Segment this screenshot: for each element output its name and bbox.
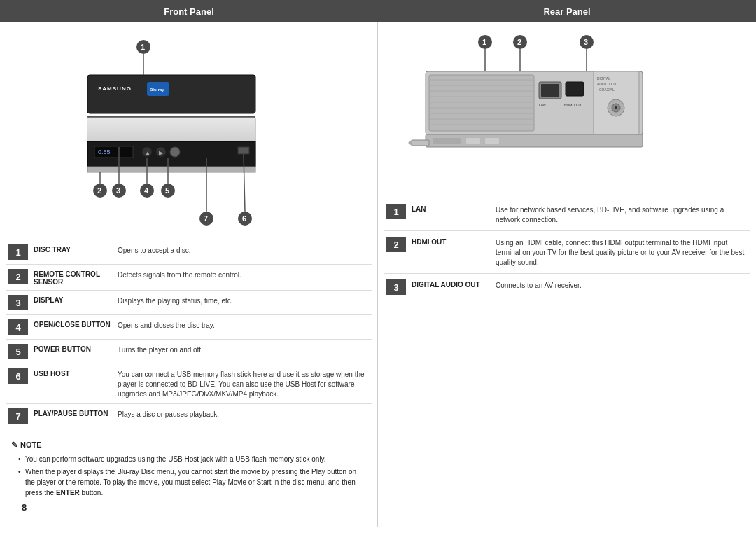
svg-rect-48 <box>429 75 534 131</box>
svg-text:4: 4 <box>144 186 149 195</box>
svg-marker-75 <box>408 140 412 146</box>
svg-text:1: 1 <box>141 43 145 51</box>
svg-text:3: 3 <box>116 186 120 195</box>
svg-point-69 <box>615 106 617 109</box>
svg-text:Blu-ray: Blu-ray <box>150 88 164 92</box>
part-desc-1: Opens to accept a disc. <box>118 244 369 256</box>
part-number-7: 7 <box>8 408 28 424</box>
rear-part-name-3: DIGITAL AUDIO OUT <box>412 279 496 289</box>
part-name-2: REMOTE CONTROL SENSOR <box>34 269 118 286</box>
page-number: 8 <box>16 502 382 513</box>
part-name-6: USB HOST <box>34 368 118 378</box>
svg-text:1: 1 <box>482 38 486 46</box>
svg-text:COAXIAL: COAXIAL <box>599 88 615 92</box>
rear-part-row-1: 1 LAN Use for network based services, BD… <box>384 198 750 230</box>
svg-text:2: 2 <box>97 186 102 195</box>
rear-panel-diagram: 1 2 3 <box>384 29 750 198</box>
svg-rect-73 <box>485 138 499 144</box>
svg-point-14 <box>170 147 180 157</box>
front-part-row-3: 3 DISPLAY Displays the playing status, t… <box>6 290 372 314</box>
front-parts-list: 1 DISC TRAY Opens to accept a disc. 2 RE… <box>6 240 372 428</box>
part-number-2: 2 <box>8 269 28 284</box>
svg-text:5: 5 <box>165 186 169 195</box>
front-part-row-2: 2 REMOTE CONTROL SENSOR Detects signals … <box>6 264 372 290</box>
rear-part-desc-1: Use for network based services, BD-LIVE,… <box>496 204 748 225</box>
note-section: ✎ NOTE You can perform software upgrades… <box>6 434 372 506</box>
svg-rect-74 <box>412 140 429 146</box>
part-name-3: DISPLAY <box>34 295 118 304</box>
svg-text:▶: ▶ <box>159 150 164 156</box>
front-panel-svg: SAMSUNG Blu-ray 0:55 ▲ ▶ <box>38 33 340 236</box>
front-panel-title: Front Panel <box>164 6 214 17</box>
front-panel-diagram: SAMSUNG Blu-ray 0:55 ▲ ▶ <box>6 29 372 240</box>
svg-text:AUDIO OUT: AUDIO OUT <box>597 82 617 86</box>
note-label: NOTE <box>20 439 42 451</box>
rear-part-desc-3: Connects to an AV receiver. <box>496 279 748 291</box>
svg-text:LAN: LAN <box>539 103 546 107</box>
svg-text:2: 2 <box>517 38 522 46</box>
svg-text:SAMSUNG: SAMSUNG <box>98 85 132 92</box>
svg-rect-16 <box>88 167 255 172</box>
front-part-row-4: 4 OPEN/CLOSE BUTTON Opens and closes the… <box>6 314 372 339</box>
front-part-row-5: 5 POWER BUTTON Turns the player on and o… <box>6 339 372 364</box>
rear-part-number-1: 1 <box>386 204 406 219</box>
right-panel: 1 2 3 <box>378 22 756 527</box>
svg-text:6: 6 <box>242 214 246 223</box>
part-number-1: 1 <box>8 244 28 260</box>
part-name-1: DISC TRAY <box>34 244 118 254</box>
svg-text:3: 3 <box>584 38 588 46</box>
front-part-row-7: 7 PLAY/PAUSE BUTTON Plays a disc or paus… <box>6 403 372 428</box>
front-panel-header: Front Panel <box>0 0 378 22</box>
part-name-5: POWER BUTTON <box>34 344 118 353</box>
rear-parts-list: 1 LAN Use for network based services, BD… <box>384 198 750 300</box>
svg-rect-0 <box>88 75 255 113</box>
note-item-1: You can perform software upgrades using … <box>18 454 366 464</box>
svg-rect-60 <box>566 82 584 96</box>
svg-rect-72 <box>466 138 480 144</box>
rear-part-number-2: 2 <box>386 237 406 252</box>
part-desc-2: Detects signals from the remote control. <box>118 269 369 280</box>
note-list: You can perform software upgrades using … <box>11 454 366 498</box>
part-name-4: OPEN/CLOSE BUTTON <box>34 319 118 328</box>
rear-panel-header: Rear Panel <box>378 0 756 22</box>
note-title: ✎ NOTE <box>11 439 366 451</box>
note-icon: ✎ <box>11 439 18 451</box>
rear-part-name-2: HDMI OUT <box>412 237 496 246</box>
svg-text:DIGITAL: DIGITAL <box>597 76 610 81</box>
part-number-3: 3 <box>8 295 28 310</box>
svg-rect-71 <box>433 138 461 144</box>
svg-text:▲: ▲ <box>145 150 150 156</box>
part-number-4: 4 <box>8 319 28 335</box>
front-part-row-1: 1 DISC TRAY Opens to accept a disc. <box>6 240 372 264</box>
rear-panel-svg: 1 2 3 <box>384 29 692 191</box>
rear-part-number-3: 3 <box>386 279 406 295</box>
note-item-2: When the player displays the Blu-ray Dis… <box>18 466 366 498</box>
left-panel: SAMSUNG Blu-ray 0:55 ▲ ▶ <box>0 22 378 527</box>
part-desc-4: Opens and closes the disc tray. <box>118 319 369 331</box>
part-desc-7: Plays a disc or pauses playback. <box>118 408 369 420</box>
part-number-5: 5 <box>8 344 28 359</box>
part-desc-6: You can connect a USB memory flash stick… <box>118 368 369 399</box>
part-desc-3: Displays the playing status, time, etc. <box>118 295 369 306</box>
svg-text:0:55: 0:55 <box>98 148 111 155</box>
part-desc-5: Turns the player on and off. <box>118 344 369 355</box>
rear-part-name-1: LAN <box>412 204 496 213</box>
svg-rect-59 <box>541 84 559 97</box>
rear-part-desc-2: Using an HDMI cable, connect this HDMI o… <box>496 237 748 268</box>
front-part-row-6: 6 USB HOST You can connect a USB memory … <box>6 364 372 403</box>
svg-text:HDMI OUT: HDMI OUT <box>564 103 582 107</box>
rear-part-row-3: 3 DIGITAL AUDIO OUT Connects to an AV re… <box>384 273 750 300</box>
svg-text:7: 7 <box>204 214 208 223</box>
svg-rect-15 <box>238 147 249 154</box>
part-number-6: 6 <box>8 368 28 384</box>
part-name-7: PLAY/PAUSE BUTTON <box>34 408 118 417</box>
rear-part-row-2: 2 HDMI OUT Using an HDMI cable, connect … <box>384 230 750 273</box>
rear-panel-title: Rear Panel <box>543 6 590 17</box>
